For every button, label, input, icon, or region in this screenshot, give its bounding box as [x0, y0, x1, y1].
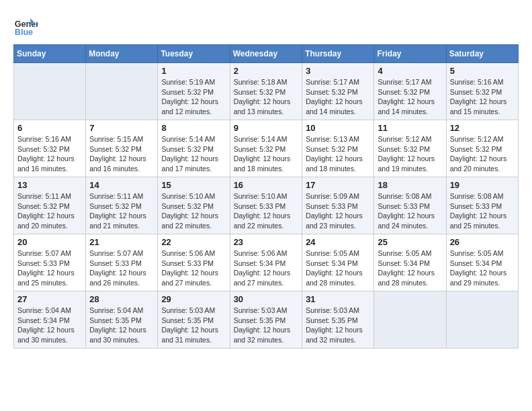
calendar-day-cell: 25Sunrise: 5:05 AM Sunset: 5:34 PM Dayli… — [374, 234, 446, 291]
day-info: Sunrise: 5:12 AM Sunset: 5:32 PM Dayligh… — [450, 134, 515, 174]
calendar-day-cell — [14, 63, 86, 120]
day-number: 18 — [378, 180, 442, 190]
weekday-header-friday: Friday — [374, 45, 446, 63]
day-number: 8 — [161, 123, 226, 133]
day-number: 27 — [17, 294, 82, 304]
calendar-day-cell: 18Sunrise: 5:08 AM Sunset: 5:33 PM Dayli… — [374, 177, 446, 234]
calendar-day-cell: 26Sunrise: 5:05 AM Sunset: 5:34 PM Dayli… — [446, 234, 518, 291]
calendar-day-cell — [86, 63, 158, 120]
day-info: Sunrise: 5:13 AM Sunset: 5:32 PM Dayligh… — [306, 134, 370, 174]
day-info: Sunrise: 5:03 AM Sunset: 5:35 PM Dayligh… — [306, 306, 370, 345]
calendar-day-cell: 27Sunrise: 5:04 AM Sunset: 5:34 PM Dayli… — [14, 291, 86, 349]
weekday-header-saturday: Saturday — [446, 45, 518, 63]
weekday-header-tuesday: Tuesday — [158, 45, 230, 63]
page-header: General Blue — [13, 13, 519, 38]
day-number: 22 — [161, 237, 226, 247]
day-info: Sunrise: 5:09 AM Sunset: 5:33 PM Dayligh… — [306, 191, 370, 231]
day-info: Sunrise: 5:17 AM Sunset: 5:32 PM Dayligh… — [378, 77, 442, 117]
calendar-day-cell: 8Sunrise: 5:14 AM Sunset: 5:32 PM Daylig… — [158, 120, 230, 177]
calendar-day-cell — [446, 291, 518, 349]
calendar-day-cell: 5Sunrise: 5:16 AM Sunset: 5:32 PM Daylig… — [446, 63, 518, 120]
weekday-header-sunday: Sunday — [14, 45, 86, 63]
day-info: Sunrise: 5:03 AM Sunset: 5:35 PM Dayligh… — [161, 306, 226, 345]
day-number: 7 — [89, 123, 154, 133]
day-number: 24 — [306, 237, 370, 247]
day-number: 21 — [89, 237, 154, 247]
day-number: 15 — [161, 180, 226, 190]
calendar-day-cell: 29Sunrise: 5:03 AM Sunset: 5:35 PM Dayli… — [158, 291, 230, 349]
calendar-day-cell: 13Sunrise: 5:11 AM Sunset: 5:32 PM Dayli… — [14, 177, 86, 234]
calendar-day-cell: 6Sunrise: 5:16 AM Sunset: 5:32 PM Daylig… — [14, 120, 86, 177]
calendar-day-cell: 24Sunrise: 5:05 AM Sunset: 5:34 PM Dayli… — [302, 234, 374, 291]
weekday-header-wednesday: Wednesday — [230, 45, 302, 63]
calendar-day-cell: 31Sunrise: 5:03 AM Sunset: 5:35 PM Dayli… — [302, 291, 374, 349]
day-number: 29 — [161, 294, 226, 304]
calendar-day-cell: 7Sunrise: 5:15 AM Sunset: 5:32 PM Daylig… — [86, 120, 158, 177]
calendar-day-cell: 22Sunrise: 5:06 AM Sunset: 5:33 PM Dayli… — [158, 234, 230, 291]
calendar-week-row: 27Sunrise: 5:04 AM Sunset: 5:34 PM Dayli… — [14, 291, 519, 349]
calendar-day-cell: 10Sunrise: 5:13 AM Sunset: 5:32 PM Dayli… — [302, 120, 374, 177]
day-info: Sunrise: 5:08 AM Sunset: 5:33 PM Dayligh… — [378, 191, 442, 231]
day-info: Sunrise: 5:03 AM Sunset: 5:35 PM Dayligh… — [234, 306, 299, 345]
day-number: 9 — [234, 123, 299, 133]
day-number: 1 — [161, 66, 226, 76]
day-info: Sunrise: 5:11 AM Sunset: 5:32 PM Dayligh… — [89, 191, 154, 231]
day-info: Sunrise: 5:04 AM Sunset: 5:34 PM Dayligh… — [17, 306, 82, 345]
day-number: 30 — [234, 294, 299, 304]
calendar-day-cell: 15Sunrise: 5:10 AM Sunset: 5:32 PM Dayli… — [158, 177, 230, 234]
day-info: Sunrise: 5:19 AM Sunset: 5:32 PM Dayligh… — [161, 77, 226, 117]
day-info: Sunrise: 5:15 AM Sunset: 5:32 PM Dayligh… — [89, 134, 154, 174]
day-info: Sunrise: 5:16 AM Sunset: 5:32 PM Dayligh… — [17, 134, 82, 174]
day-number: 17 — [306, 180, 370, 190]
day-info: Sunrise: 5:05 AM Sunset: 5:34 PM Dayligh… — [378, 248, 442, 288]
day-info: Sunrise: 5:06 AM Sunset: 5:34 PM Dayligh… — [234, 248, 299, 288]
day-info: Sunrise: 5:14 AM Sunset: 5:32 PM Dayligh… — [234, 134, 299, 174]
calendar-day-cell: 1Sunrise: 5:19 AM Sunset: 5:32 PM Daylig… — [158, 63, 230, 120]
day-info: Sunrise: 5:05 AM Sunset: 5:34 PM Dayligh… — [306, 248, 370, 288]
day-info: Sunrise: 5:05 AM Sunset: 5:34 PM Dayligh… — [450, 248, 515, 288]
calendar-day-cell: 11Sunrise: 5:12 AM Sunset: 5:32 PM Dayli… — [374, 120, 446, 177]
day-number: 23 — [234, 237, 299, 247]
day-info: Sunrise: 5:08 AM Sunset: 5:33 PM Dayligh… — [450, 191, 515, 231]
day-number: 26 — [450, 237, 515, 247]
day-info: Sunrise: 5:07 AM Sunset: 5:33 PM Dayligh… — [17, 248, 82, 288]
day-info: Sunrise: 5:12 AM Sunset: 5:32 PM Dayligh… — [378, 134, 442, 174]
day-number: 6 — [17, 123, 82, 133]
calendar-day-cell: 21Sunrise: 5:07 AM Sunset: 5:33 PM Dayli… — [86, 234, 158, 291]
calendar-week-row: 20Sunrise: 5:07 AM Sunset: 5:33 PM Dayli… — [14, 234, 519, 291]
day-info: Sunrise: 5:10 AM Sunset: 5:32 PM Dayligh… — [161, 191, 226, 231]
calendar-day-cell: 19Sunrise: 5:08 AM Sunset: 5:33 PM Dayli… — [446, 177, 518, 234]
day-number: 25 — [378, 237, 442, 247]
calendar-day-cell: 17Sunrise: 5:09 AM Sunset: 5:33 PM Dayli… — [302, 177, 374, 234]
calendar-week-row: 13Sunrise: 5:11 AM Sunset: 5:32 PM Dayli… — [14, 177, 519, 234]
day-number: 2 — [234, 66, 299, 76]
calendar-day-cell: 30Sunrise: 5:03 AM Sunset: 5:35 PM Dayli… — [230, 291, 302, 349]
day-info: Sunrise: 5:07 AM Sunset: 5:33 PM Dayligh… — [89, 248, 154, 288]
calendar-day-cell: 3Sunrise: 5:17 AM Sunset: 5:32 PM Daylig… — [302, 63, 374, 120]
day-info: Sunrise: 5:04 AM Sunset: 5:35 PM Dayligh… — [89, 306, 154, 345]
svg-text:Blue: Blue — [15, 28, 33, 37]
calendar-day-cell: 9Sunrise: 5:14 AM Sunset: 5:32 PM Daylig… — [230, 120, 302, 177]
day-number: 14 — [89, 180, 154, 190]
day-number: 31 — [306, 294, 370, 304]
day-number: 3 — [306, 66, 370, 76]
calendar-day-cell — [374, 291, 446, 349]
calendar-day-cell: 14Sunrise: 5:11 AM Sunset: 5:32 PM Dayli… — [86, 177, 158, 234]
weekday-header-thursday: Thursday — [302, 45, 374, 63]
day-info: Sunrise: 5:10 AM Sunset: 5:33 PM Dayligh… — [234, 191, 299, 231]
day-number: 12 — [450, 123, 515, 133]
day-number: 28 — [89, 294, 154, 304]
weekday-header-row: SundayMondayTuesdayWednesdayThursdayFrid… — [14, 45, 519, 63]
day-number: 11 — [378, 123, 442, 133]
day-number: 19 — [450, 180, 515, 190]
weekday-header-monday: Monday — [86, 45, 158, 63]
calendar-week-row: 1Sunrise: 5:19 AM Sunset: 5:32 PM Daylig… — [14, 63, 519, 120]
day-number: 20 — [17, 237, 82, 247]
day-info: Sunrise: 5:18 AM Sunset: 5:32 PM Dayligh… — [234, 77, 299, 117]
logo-icon: General Blue — [13, 13, 38, 38]
day-info: Sunrise: 5:11 AM Sunset: 5:32 PM Dayligh… — [17, 191, 82, 231]
calendar-day-cell: 23Sunrise: 5:06 AM Sunset: 5:34 PM Dayli… — [230, 234, 302, 291]
calendar-day-cell: 12Sunrise: 5:12 AM Sunset: 5:32 PM Dayli… — [446, 120, 518, 177]
day-number: 10 — [306, 123, 370, 133]
day-number: 5 — [450, 66, 515, 76]
